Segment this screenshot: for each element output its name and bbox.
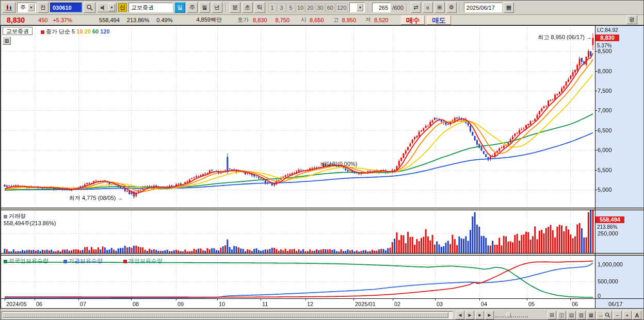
volume-ratio: 213.86% xyxy=(127,17,149,23)
current-price: 8,830 xyxy=(7,16,25,24)
stock-chart-window: 주 ▼ 전 030610 ▼ 신 교보증권 일 주 월 년 분 초 틱 1351… xyxy=(0,0,644,320)
zoom-slider-group xyxy=(495,311,530,317)
toolbar-separator xyxy=(368,3,369,12)
list-icon-button[interactable]: ≡ xyxy=(423,2,433,13)
chart-type-value: 주 xyxy=(20,4,26,11)
chart-nav-buttons: ◀▶■▶ xyxy=(456,311,494,319)
price-change: 450 xyxy=(38,17,47,23)
search-icon xyxy=(86,4,93,11)
high-label: 고 xyxy=(333,16,339,24)
toolbar-separator xyxy=(226,3,227,12)
stock-code-input[interactable]: 030610 xyxy=(50,3,82,12)
chart-tool-buttons: ⊞◫▤▥▦↔ xyxy=(548,311,605,319)
price-chart-canvas[interactable] xyxy=(1,25,644,309)
zoom-slider-thumb[interactable] xyxy=(506,313,511,317)
period-month-button[interactable]: 월 xyxy=(199,2,210,13)
bar-count-input[interactable]: 265 xyxy=(372,3,391,12)
date-input[interactable]: 2025/06/17 xyxy=(464,3,502,12)
hoga-label: 호가 xyxy=(237,16,249,24)
unit-second-button[interactable]: 초 xyxy=(242,2,253,13)
minute-option-5[interactable]: 5 xyxy=(286,3,295,12)
grid-icon-button[interactable]: ⊞ xyxy=(434,2,445,13)
chart-nav-button-0[interactable]: ◀ xyxy=(456,311,464,319)
chart-tool-button-0[interactable]: ⊞ xyxy=(548,311,556,319)
period-week-button[interactable]: 주 xyxy=(187,2,198,13)
ask-price: 8,830 xyxy=(253,17,267,23)
chart-nav-button-3[interactable]: ▶ xyxy=(485,311,494,319)
trade-value: 4,859백만 xyxy=(196,16,222,24)
chart-nav-button-2[interactable]: ■ xyxy=(475,311,484,319)
volume-value: 558,494 xyxy=(99,17,120,23)
chevron-down-icon: ▼ xyxy=(108,4,115,11)
stock-name-field[interactable]: 교보증권 xyxy=(128,3,173,12)
sound-alert-combo[interactable]: ▼ xyxy=(97,3,117,12)
price-change-pct: +5.37% xyxy=(53,17,72,23)
open-label: 시 xyxy=(301,16,307,24)
minute-option-20[interactable]: 20 xyxy=(305,3,315,12)
buy-button[interactable]: 매수 xyxy=(401,15,425,25)
minute-option-3[interactable]: 3 xyxy=(277,3,286,12)
unit-minute-button[interactable]: 분 xyxy=(230,2,240,13)
chart-tool-button-2[interactable]: ▤ xyxy=(567,311,576,319)
turnover-ratio: 0.49% xyxy=(156,17,172,23)
toolbar-separator xyxy=(460,3,461,12)
chart-tool-button-4[interactable]: ▦ xyxy=(587,311,595,319)
speaker-icon xyxy=(100,5,106,11)
new-badge: 신 xyxy=(118,3,127,12)
settings-gear-icon-button[interactable]: ⚙ xyxy=(446,2,457,13)
top-toolbar: 주 ▼ 전 030610 ▼ 신 교보증권 일 주 월 년 분 초 틱 1351… xyxy=(1,1,644,15)
minute-interval-group: 13510203060120 xyxy=(268,3,348,12)
auto-scale-button[interactable]: A xyxy=(633,311,641,319)
candle-chart-icon xyxy=(5,4,13,11)
minute-option-10[interactable]: 10 xyxy=(296,3,305,12)
zoom-buttons: − + A xyxy=(603,311,641,319)
calendar-icon-button[interactable]: ▦ xyxy=(504,2,514,13)
chart-nav-button-1[interactable]: ▶ xyxy=(465,311,474,319)
search-icon-button[interactable] xyxy=(84,2,95,13)
zoom-out-button[interactable]: − xyxy=(613,311,622,319)
zoom-slider[interactable] xyxy=(495,313,528,317)
toolbar-separator xyxy=(407,3,408,12)
bar-total-label: /600 xyxy=(392,5,403,11)
low-price: 8,520 xyxy=(374,17,389,23)
unit-tick-button[interactable]: 틱 xyxy=(254,2,265,13)
chevron-down-icon: ▼ xyxy=(357,4,363,11)
scrollbar-thumb[interactable] xyxy=(3,312,448,318)
prev-stock-button[interactable]: 전 xyxy=(38,2,49,13)
minute-option-120[interactable]: 120 xyxy=(335,3,348,12)
bottom-toolbar: ◀▶■▶ ⊞◫▤▥▦↔ − + A xyxy=(1,309,644,320)
magnifier-icon xyxy=(605,312,610,318)
chart-tool-button-1[interactable]: ◫ xyxy=(557,311,566,319)
chart-menu-button[interactable]: ⊞ xyxy=(3,37,11,45)
quote-bar: 8,830 450 +5.37% 558,494 213.86% 0.49% 4… xyxy=(1,15,644,25)
low-label: 저 xyxy=(365,16,371,24)
chart-tool-button-3[interactable]: ▥ xyxy=(577,311,586,319)
chart-type-combo[interactable]: 주 ▼ xyxy=(17,3,36,12)
mini-chart-icon-button[interactable] xyxy=(3,2,15,13)
bid-price: 8,750 xyxy=(276,17,290,23)
avg-button[interactable]: 평 xyxy=(626,15,637,24)
magnifier-icon-button[interactable] xyxy=(603,311,612,319)
minute-option-60[interactable]: 60 xyxy=(326,3,335,12)
period-year-button[interactable]: 년 xyxy=(212,2,222,13)
minute-option-1[interactable]: 1 xyxy=(268,3,277,12)
sell-button[interactable]: 매도 xyxy=(427,15,451,25)
minute-option-30[interactable]: 30 xyxy=(316,3,325,12)
interval-combo[interactable]: ▼ xyxy=(349,3,365,12)
high-price: 8,950 xyxy=(342,17,357,23)
zoom-in-button[interactable]: + xyxy=(623,311,632,319)
compare-icon-button[interactable]: ⇄ xyxy=(411,2,421,13)
horizontal-scrollbar[interactable] xyxy=(2,311,453,319)
chevron-down-icon: ▼ xyxy=(28,4,35,11)
open-price: 8,650 xyxy=(310,17,324,23)
period-day-button[interactable]: 일 xyxy=(174,2,185,13)
